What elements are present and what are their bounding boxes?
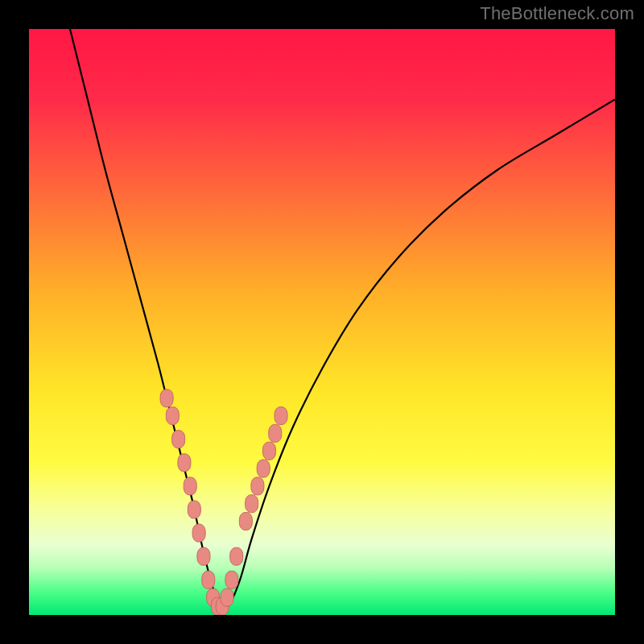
marker-bead	[184, 477, 196, 495]
marker-bead	[202, 571, 215, 588]
marker-bead	[251, 477, 264, 495]
marker-bead	[160, 390, 173, 407]
marker-bead	[178, 454, 191, 472]
outer-frame: TheBottleneck.com	[0, 0, 644, 644]
marker-bead	[197, 547, 210, 565]
marker-bead	[239, 513, 252, 530]
marker-bead	[172, 431, 185, 448]
marker-bead	[275, 407, 287, 424]
bottleneck-curve	[70, 29, 615, 609]
curve-layer	[29, 29, 615, 615]
marker-bead	[225, 571, 238, 588]
marker-bead	[269, 424, 282, 442]
highlight-markers	[160, 390, 287, 615]
marker-bead	[192, 524, 205, 542]
marker-bead	[246, 495, 258, 513]
watermark-text: TheBottleneck.com	[480, 3, 634, 24]
plot-area	[29, 29, 615, 615]
marker-bead	[262, 442, 275, 460]
marker-bead	[166, 407, 179, 424]
marker-bead	[230, 547, 243, 565]
marker-bead	[257, 460, 270, 477]
marker-bead	[188, 501, 200, 518]
marker-bead	[221, 588, 233, 606]
